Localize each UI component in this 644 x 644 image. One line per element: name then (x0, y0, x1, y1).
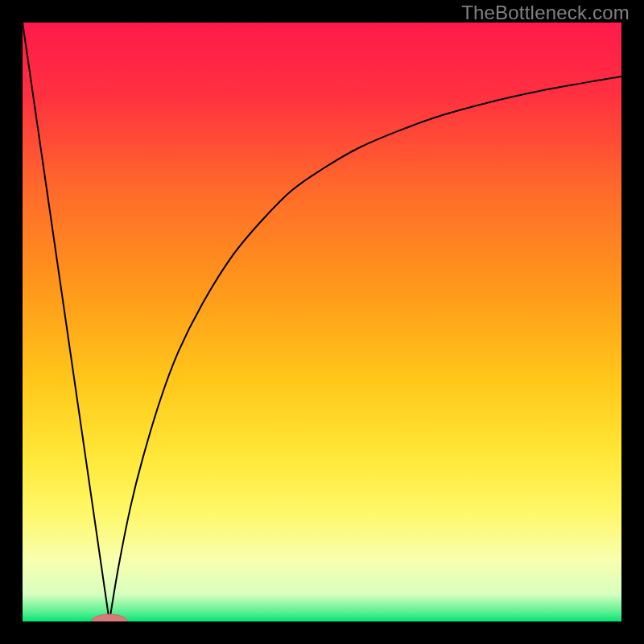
plot-area (23, 23, 621, 621)
watermark-text: TheBottleneck.com (461, 2, 630, 24)
gradient-background (23, 23, 621, 621)
bottleneck-curve-chart (23, 23, 621, 621)
chart-frame: TheBottleneck.com (0, 0, 644, 644)
